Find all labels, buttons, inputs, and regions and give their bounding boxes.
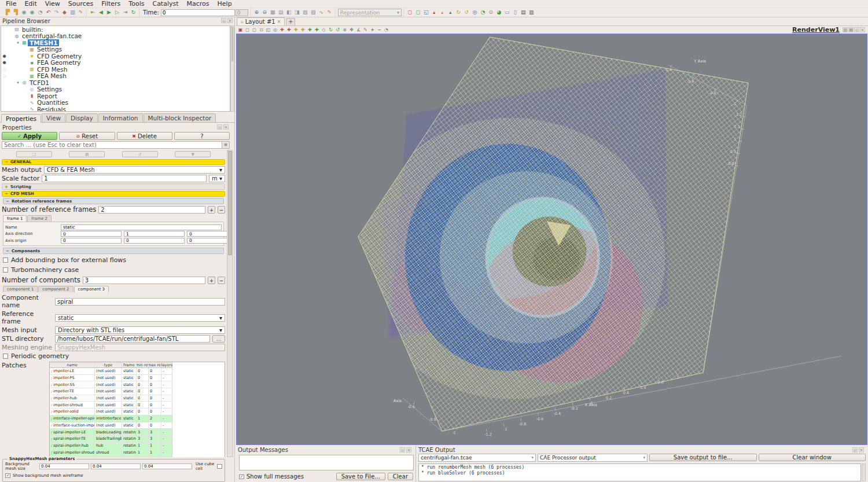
remove-frame-button[interactable]: −	[218, 206, 225, 214]
undock-icon[interactable]: ▫	[217, 124, 222, 130]
source-link-icon[interactable]: ◆	[61, 9, 68, 16]
color-map-icon[interactable]: ▥	[69, 9, 76, 16]
component-tab-component-2[interactable]: component 2	[38, 286, 73, 292]
pipeline-item-fea-geometry[interactable]: ●▪FEA Geometry	[1, 60, 230, 67]
tab-information[interactable]: Information	[98, 113, 143, 122]
scale-unit-select[interactable]: m ▾	[209, 175, 225, 182]
pipeline-item-cfd-mesh[interactable]: ○▦CFD Mesh	[1, 66, 230, 73]
pipeline-item-tcfd1[interactable]: ▾◍TCFD1	[1, 79, 230, 86]
rv-plus-icon[interactable]: +	[369, 27, 376, 33]
delete-button[interactable]: ✖ Delete	[117, 132, 172, 140]
rv-select-block-icon[interactable]: ⊡	[258, 27, 264, 33]
save-defaults-icon[interactable]: ▼	[175, 151, 211, 157]
axis-origin-x-input[interactable]	[61, 238, 122, 244]
tcae-stream-select[interactable]: CAE Processor output ▾	[538, 454, 648, 462]
set-view-z-icon[interactable]: ▴	[447, 9, 454, 16]
zoom-data-icon[interactable]: ⊕	[253, 9, 260, 16]
rv-center-rotation-icon[interactable]: ⊕	[341, 27, 348, 33]
vcr-first-icon[interactable]: ⇤	[89, 9, 97, 16]
patch-row-impeller-ps[interactable]: ∕impeller-PS(not used)static00-	[50, 375, 172, 382]
tab-multi-block-inspector[interactable]: Multi-block Inspector	[144, 113, 216, 122]
camera-angle-icon[interactable]: ◔	[479, 9, 487, 16]
patch-row-impeller-shroud[interactable]: ∕impeller-shroud(not used)static00-	[50, 402, 172, 409]
use-cube-cell-checkbox[interactable]	[217, 464, 222, 469]
patch-row-spiral-impeller-le[interactable]: ∕spiral-impeller-LEbladeLeadingEdgerotat…	[50, 429, 172, 436]
close-icon[interactable]: ×	[223, 124, 229, 130]
section-cfd-mesh[interactable]: − CFD MESH	[2, 191, 225, 197]
num-frames-input[interactable]	[98, 206, 205, 214]
rv-negative-z-icon[interactable]: ✚	[314, 27, 320, 33]
glyph-icon[interactable]: ▨	[310, 9, 317, 16]
patch-row-spiral-impeller-te[interactable]: ∕spiral-impeller-TEbladeTrailingEdgerota…	[50, 436, 172, 443]
rv-positive-z-icon[interactable]: ✚	[307, 27, 313, 33]
section-rotation-frames[interactable]: − Rotation reference frames	[3, 198, 224, 204]
clear-messages-button[interactable]: Clear	[388, 473, 413, 480]
rv-negative-x-icon[interactable]: ✚	[286, 27, 292, 33]
tcae-log-area[interactable]: * run renumberMesh mesh (6 processes)* r…	[418, 463, 861, 481]
menu-help[interactable]: Help	[214, 0, 236, 8]
frame-index-input[interactable]	[236, 9, 248, 16]
pipeline-item-builtin[interactable]: ▤builtin:	[1, 26, 230, 33]
menu-filters[interactable]: Filters	[98, 0, 124, 8]
rv-interact-icon[interactable]: ▣	[237, 27, 244, 33]
axis-direction-x-input[interactable]	[61, 231, 122, 237]
rv-settings-icon[interactable]: ◔	[383, 27, 389, 33]
pipeline-item-fea-mesh[interactable]: ○▦FEA Mesh	[1, 73, 230, 80]
rv-select-cells-icon[interactable]: ◻	[244, 27, 251, 33]
pipeline-item-settings[interactable]: ▦Settings	[1, 46, 230, 53]
monitor-icon[interactable]: ▤	[520, 9, 527, 16]
rv-ruler-icon[interactable]: ✎	[362, 27, 369, 33]
monitors-icon[interactable]: ▥	[528, 9, 535, 16]
menu-view[interactable]: View	[42, 0, 64, 8]
vcr-loop-icon[interactable]: ↻	[130, 9, 137, 16]
patch-row-impeller-solid[interactable]: ∕impeller-solid(not used)static00-	[50, 409, 172, 415]
menu-catalyst[interactable]: Catalyst	[149, 0, 182, 8]
pipeline-item-settings[interactable]: ◎Settings	[1, 86, 230, 93]
select-surface-points-icon[interactable]: ◻	[414, 9, 422, 16]
add-layout-tab-button[interactable]: +	[286, 18, 295, 25]
render-viewport[interactable]: -1.2-1-0.8-0.6-0.4-0.200.20.40.60.81X Ax…	[236, 34, 867, 445]
component-tab-component-1[interactable]: component 1	[3, 286, 38, 292]
pipeline-item-cfd-geometry[interactable]: ●▪CFD Geometry	[1, 53, 230, 60]
patch-row-impeller-le[interactable]: ∕impeller-LE(not used)static00-	[50, 368, 172, 375]
ruler-icon[interactable]: ✎	[326, 9, 333, 16]
background-mesh-size-y-input[interactable]	[91, 463, 141, 469]
zoom-to-box-icon[interactable]: ◱	[422, 9, 430, 16]
bounding-box-checkbox[interactable]	[3, 257, 8, 263]
patch-row-impeller-te[interactable]: ∕impeller-TE(not used)static00-	[50, 388, 172, 395]
restore-defaults-icon[interactable]: ↺	[122, 151, 158, 157]
tab-display[interactable]: Display	[66, 113, 98, 122]
vcr-forward-icon[interactable]: ▷	[113, 9, 121, 16]
rv-isometric-icon[interactable]: ◇	[321, 27, 327, 33]
rv-axes-icon[interactable]: ∡	[355, 27, 362, 33]
component-name-input[interactable]	[55, 298, 225, 306]
set-view-y-icon[interactable]: ▴	[439, 9, 446, 16]
menu-edit[interactable]: Edit	[21, 0, 40, 8]
add-component-button[interactable]: +	[208, 277, 215, 284]
properties-scrollbar[interactable]	[227, 150, 233, 457]
rescale-range-icon[interactable]: ▯	[512, 9, 519, 16]
vcr-last-icon[interactable]: ⇥	[122, 9, 129, 16]
patch-row-impeller-ss[interactable]: ∕impeller-SS(not used)static00-	[50, 381, 172, 388]
search-options-icon[interactable]: ✱	[222, 141, 230, 149]
reset-button[interactable]: ⊘ Reset	[59, 132, 115, 140]
remove-component-button[interactable]: −	[218, 277, 225, 284]
clear-window-button[interactable]: Clear window	[759, 454, 866, 461]
spreadsheet-icon[interactable]: ▦	[269, 9, 277, 16]
rv-minus-icon[interactable]: −	[376, 27, 382, 33]
rv-rotate-ccw-icon[interactable]: ↺	[334, 27, 341, 33]
rotate-90-ccw-icon[interactable]: ↺	[463, 9, 470, 16]
rotate-90-cw-icon[interactable]: ↻	[455, 9, 462, 16]
threshold-icon[interactable]: ▧	[301, 9, 309, 16]
section-scripting[interactable]: + Scripting	[2, 183, 225, 190]
search-input[interactable]	[2, 141, 222, 149]
turbomachinery-checkbox[interactable]	[3, 267, 8, 273]
open-file-icon[interactable]: ▛	[4, 9, 12, 16]
adjust-camera-icon[interactable]: ⊙	[487, 9, 495, 16]
frame-name-input[interactable]	[61, 225, 222, 230]
close-layout-icon[interactable]: ×	[277, 19, 281, 24]
close-icon[interactable]: ×	[859, 447, 864, 452]
undock-icon[interactable]: ▫	[852, 447, 858, 452]
copy-properties-icon[interactable]: ❏	[16, 151, 52, 157]
show-wireframe-checkbox[interactable]: ✓	[5, 473, 10, 478]
